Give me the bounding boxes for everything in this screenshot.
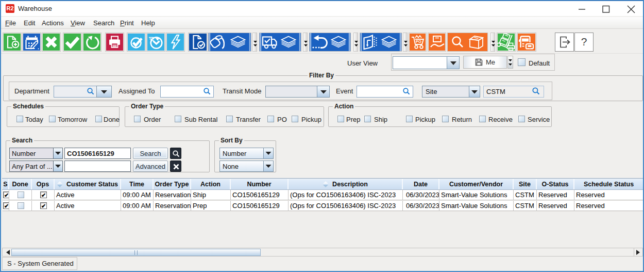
- svg-text:PO: PO: [416, 39, 421, 44]
